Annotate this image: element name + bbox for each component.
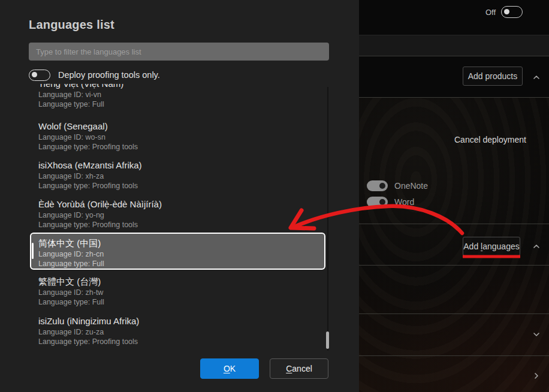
- toggle-knob: [504, 9, 509, 14]
- word-toggle-row: Word: [367, 196, 414, 207]
- deploy-proofing-toggle[interactable]: [29, 70, 50, 81]
- proofing-toggle-row: Deploy proofing tools only.: [29, 68, 160, 82]
- divider: [359, 35, 549, 35]
- add-languages-button[interactable]: Add languages: [463, 237, 520, 256]
- list-item[interactable]: 繁體中文 (台灣) Language ID: zh-tw Language ty…: [38, 276, 302, 307]
- languages-list-dialog: Languages list Deploy proofing tools onl…: [0, 0, 359, 392]
- top-toggle[interactable]: [501, 6, 523, 18]
- divider: [359, 313, 549, 314]
- deployment-panel: Off Add products Cancel deployment OneNo…: [359, 0, 549, 392]
- ok-button[interactable]: OK: [200, 358, 259, 379]
- toggle-knob: [379, 199, 385, 205]
- proofing-toggle-label: Deploy proofing tools only.: [58, 70, 160, 80]
- cancel-button[interactable]: Cancel: [270, 358, 328, 379]
- onenote-toggle[interactable]: [367, 180, 388, 191]
- chevron-right-icon[interactable]: [532, 371, 541, 381]
- list-item[interactable]: Wolof (Senegaal) Language ID: wo-sn Lang…: [38, 121, 302, 152]
- toggle-knob: [32, 72, 37, 77]
- word-label: Word: [394, 197, 414, 207]
- chevron-up-icon[interactable]: [532, 73, 541, 82]
- divider: [359, 224, 549, 224]
- cancel-deployment-link[interactable]: Cancel deployment: [454, 135, 526, 144]
- onenote-label: OneNote: [394, 181, 428, 191]
- list-item[interactable]: Èdè Yorùbá (Orilẹ̀-èdè Nàìjíríà) Languag…: [38, 199, 302, 230]
- selection-indicator: [32, 243, 34, 259]
- toggle-knob: [379, 183, 385, 189]
- divider: [359, 265, 549, 266]
- scrollbar-track: [327, 87, 328, 351]
- scrollbar-thumb[interactable]: [326, 331, 329, 349]
- divider: [359, 56, 549, 56]
- dialog-title: Languages list: [29, 18, 114, 32]
- divider: [359, 355, 549, 356]
- filter-languages-input[interactable]: [29, 43, 329, 61]
- add-products-button[interactable]: Add products: [463, 67, 523, 86]
- list-item-selected[interactable]: 简体中文 (中国) Language ID: zh-cn Language ty…: [30, 233, 325, 270]
- languages-list: Tiếng Việt (Việt Nam) Language ID: vi-vn…: [0, 84, 359, 351]
- list-item[interactable]: isiXhosa (eMzantsi Afrika) Language ID: …: [38, 160, 302, 191]
- list-item[interactable]: isiZulu (iNingizimu Afrika) Language ID:…: [38, 316, 302, 346]
- word-toggle[interactable]: [367, 197, 388, 207]
- onenote-toggle-row: OneNote: [367, 180, 428, 191]
- divider: [359, 97, 549, 98]
- section-band: [359, 35, 549, 56]
- chevron-down-icon[interactable]: [532, 330, 541, 339]
- chevron-up-icon[interactable]: [532, 242, 541, 251]
- list-item[interactable]: Tiếng Việt (Việt Nam) Language ID: vi-vn…: [38, 84, 302, 109]
- screen: Off Add products Cancel deployment OneNo…: [0, 0, 549, 392]
- top-toggle-label: Off: [485, 8, 496, 17]
